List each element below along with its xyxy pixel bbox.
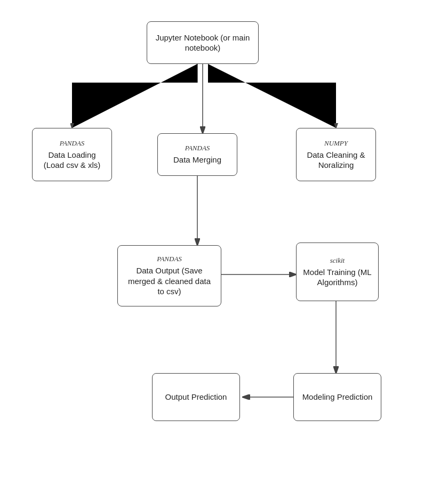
output-prediction-node: Output Prediction xyxy=(152,373,240,421)
data-output-lib: PANDAS xyxy=(157,255,182,263)
model-training-label: Model Training (ML Algorithms) xyxy=(303,267,372,288)
modeling-prediction-node: Modeling Prediction xyxy=(293,373,381,421)
data-output-node: PANDAS Data Output (Save merged & cleane… xyxy=(117,245,221,306)
data-merging-label: Data Merging xyxy=(173,155,221,165)
data-cleaning-label: Data Cleaning & Noralizing xyxy=(303,150,369,171)
diagram-container: Jupyter Notebook (or main notebook) PAND… xyxy=(0,0,448,501)
data-cleaning-lib: NUMPY xyxy=(324,139,348,148)
modeling-prediction-label: Modeling Prediction xyxy=(302,392,373,402)
arrows-svg xyxy=(0,0,448,501)
model-training-lib: scikit xyxy=(330,256,345,265)
data-cleaning-node: NUMPY Data Cleaning & Noralizing xyxy=(296,128,376,181)
model-training-node: scikit Model Training (ML Algorithms) xyxy=(296,243,379,301)
data-output-label: Data Output (Save merged & cleaned data … xyxy=(124,265,214,297)
jupyter-node: Jupyter Notebook (or main notebook) xyxy=(147,21,259,64)
data-merging-lib: PANDAS xyxy=(185,144,210,152)
data-loading-label: Data Loading (Load csv & xls) xyxy=(39,150,105,171)
jupyter-label: Jupyter Notebook (or main notebook) xyxy=(154,33,252,53)
data-loading-node: PANDAS Data Loading (Load csv & xls) xyxy=(32,128,112,181)
data-loading-lib: PANDAS xyxy=(60,139,85,148)
data-merging-node: PANDAS Data Merging xyxy=(157,133,237,176)
output-prediction-label: Output Prediction xyxy=(165,392,227,402)
